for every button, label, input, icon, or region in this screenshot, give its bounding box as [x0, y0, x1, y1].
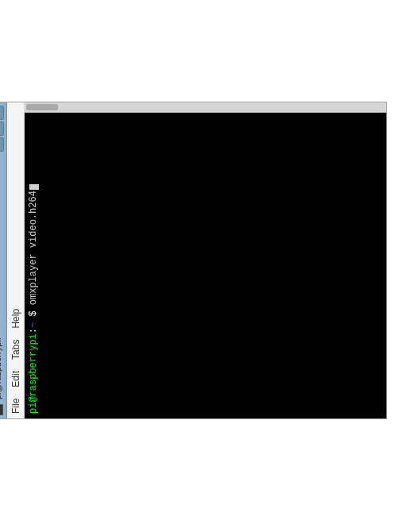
menu-help[interactable]: Help [10, 309, 21, 329]
maximize-button[interactable] [0, 121, 4, 136]
menubar: File Edit Tabs Help [7, 102, 25, 418]
terminal-area[interactable]: pi@raspberrypi:~ $ omxplayer video.h264 [25, 102, 386, 418]
close-button[interactable] [0, 106, 4, 120]
minimize-button[interactable] [0, 137, 4, 152]
command-text: omxplayer video.h264 [28, 191, 39, 305]
menu-edit[interactable]: Edit [10, 371, 21, 387]
prompt-separator: : [28, 328, 39, 333]
prompt-char: $ [28, 305, 39, 322]
scrollbar[interactable] [25, 102, 386, 113]
terminal-window: pi@raspberrypi: ~ File Edit Tabs Help pi… [0, 102, 387, 419]
titlebar[interactable]: pi@raspberrypi: ~ [0, 102, 7, 418]
menu-tabs[interactable]: Tabs [10, 340, 21, 360]
terminal-icon [0, 404, 3, 415]
scrollbar-thumb[interactable] [26, 104, 58, 110]
window-title: pi@raspberrypi: ~ [0, 152, 2, 399]
window-controls [0, 106, 4, 152]
prompt-user-host: pi@raspberrypi [28, 333, 39, 414]
prompt-path: ~ [28, 322, 39, 328]
prompt-line: pi@raspberrypi:~ $ omxplayer video.h264 [28, 107, 40, 414]
menu-file[interactable]: File [10, 399, 21, 414]
cursor [29, 184, 39, 190]
